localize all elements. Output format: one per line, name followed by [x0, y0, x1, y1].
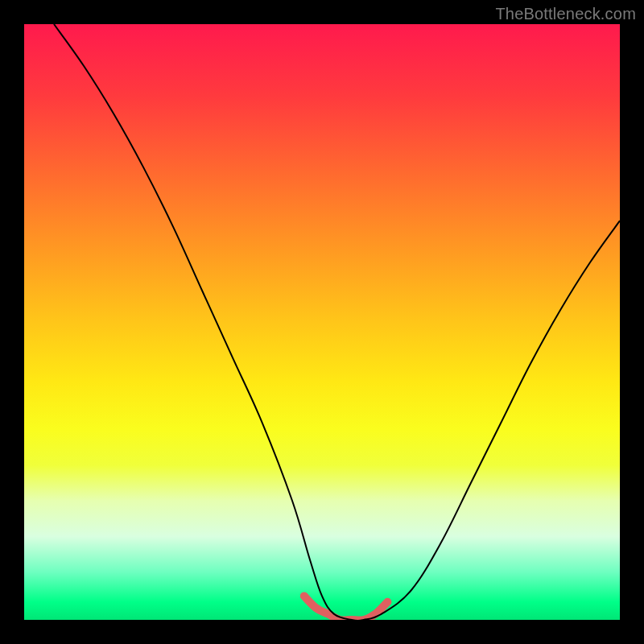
- chart-container: TheBottleneck.com: [0, 0, 644, 644]
- plot-area: [24, 24, 620, 620]
- highlight-curve: [304, 596, 388, 620]
- main-curve: [54, 24, 620, 620]
- watermark-text: TheBottleneck.com: [495, 5, 636, 23]
- curve-svg: [24, 24, 620, 620]
